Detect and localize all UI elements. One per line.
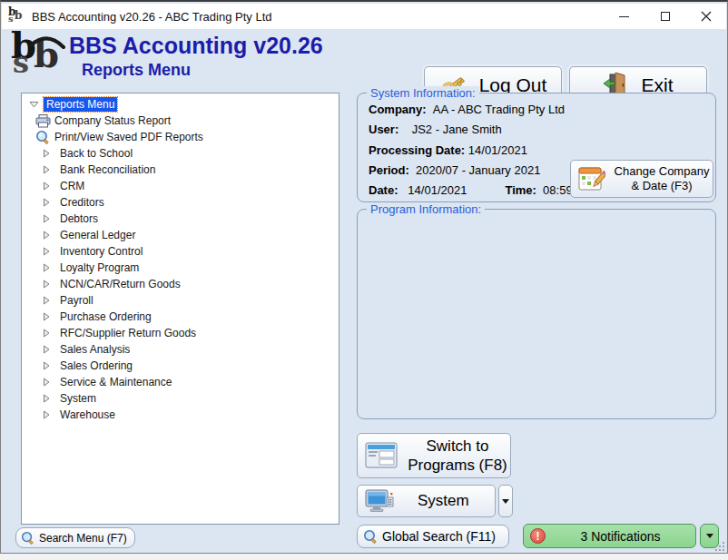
- tree-item-rfc-supplier-return-goods[interactable]: RFC/Supplier Return Goods: [22, 325, 339, 341]
- collapsed-triangle-icon[interactable]: [42, 231, 51, 240]
- collapsed-triangle-icon[interactable]: [42, 182, 51, 191]
- chevron-down-icon: [502, 499, 509, 504]
- search-menu-button[interactable]: Search Menu (F7): [15, 527, 135, 548]
- maximize-icon: [661, 12, 670, 21]
- date-value: 14/01/2021: [408, 183, 467, 197]
- collapsed-triangle-icon[interactable]: [42, 394, 51, 403]
- tree-item-print-view-saved-pdf-reports[interactable]: Print/View Saved PDF Reports: [22, 129, 339, 145]
- tree-item-general-ledger[interactable]: General Ledger: [22, 227, 339, 243]
- tree-item-warehouse[interactable]: Warehouse: [22, 407, 339, 423]
- user-label: User:: [369, 123, 398, 136]
- collapsed-triangle-icon[interactable]: [42, 263, 51, 272]
- app-logo-icon: b b s: [8, 8, 25, 25]
- close-button[interactable]: [685, 4, 726, 29]
- magnifier-icon: [21, 531, 34, 545]
- tree-item-label: Sales Ordering: [60, 359, 133, 372]
- tree-item-service-maintenance[interactable]: Service & Maintenance: [22, 374, 339, 390]
- tree-item-payroll[interactable]: Payroll: [22, 292, 339, 309]
- screen: b b s BBS Accounting v20.26 - ABC Tradin…: [0, 0, 728, 560]
- collapsed-triangle-icon[interactable]: [42, 247, 51, 256]
- program-information-legend: Program Information:: [367, 202, 485, 216]
- collapsed-triangle-icon[interactable]: [42, 296, 51, 305]
- collapsed-triangle-icon[interactable]: [42, 329, 51, 338]
- minimize-button[interactable]: [604, 4, 644, 29]
- tree-item-loyalty-program[interactable]: Loyalty Program: [22, 260, 339, 276]
- window-title: BBS Accounting v20.26 - ABC Trading Pty …: [32, 10, 272, 24]
- change-company-date-button[interactable]: Change Company & Date (F3): [570, 160, 713, 198]
- titlebar: b b s BBS Accounting v20.26 - ABC Tradin…: [2, 4, 726, 29]
- tree-item-label: System: [60, 392, 96, 405]
- system-dropdown-button[interactable]: [498, 485, 513, 517]
- date-time-row: Date: 14/01/2021Time: 08:59: [369, 183, 573, 197]
- tree-item-back-to-school[interactable]: Back to School: [22, 145, 339, 162]
- collapsed-triangle-icon[interactable]: [42, 280, 51, 289]
- collapsed-triangle-icon[interactable]: [42, 345, 51, 354]
- tree-item-sales-analysis[interactable]: Sales Analysis: [22, 341, 339, 358]
- tree-item-label: CRM: [60, 180, 84, 192]
- maximize-button[interactable]: [644, 4, 685, 29]
- period-value: 2020/07 - January 2021: [416, 163, 540, 177]
- minimize-icon: [619, 16, 629, 17]
- company-label: Company:: [369, 103, 427, 116]
- bbs-logo-icon: b b s: [9, 31, 67, 84]
- collapsed-triangle-icon[interactable]: [42, 198, 51, 207]
- tree-item-sales-ordering[interactable]: Sales Ordering: [22, 358, 339, 374]
- change-company-date-label: Change Company & Date (F3): [611, 164, 713, 194]
- tree-item-label: Print/View Saved PDF Reports: [54, 131, 203, 143]
- alert-icon: !: [530, 528, 546, 544]
- system-information-legend: System Information:: [367, 86, 479, 100]
- tree-item-label: Back to School: [60, 147, 133, 160]
- processing-date-row: Processing Date: 14/01/2021: [369, 143, 527, 157]
- expanded-triangle-icon[interactable]: [28, 100, 39, 109]
- tree-item-label: Debtors: [60, 212, 98, 225]
- calendar-edit-icon: [576, 164, 605, 193]
- magnifier-icon: [363, 529, 378, 544]
- program-window-icon: [365, 442, 398, 469]
- period-row: Period: 2020/07 - January 2021: [369, 163, 540, 177]
- reports-tree-panel: Reports Menu Company Status Report: [21, 93, 339, 525]
- tree-item-creditors[interactable]: Creditors: [22, 194, 339, 211]
- logo-swoosh: [9, 31, 67, 84]
- tree-item-bank-reconciliation[interactable]: Bank Reconciliation: [22, 162, 339, 178]
- tree-root-reports-menu[interactable]: Reports Menu: [22, 96, 339, 113]
- tree-item-label: RFC/Supplier Return Goods: [60, 327, 196, 339]
- window-controls: [604, 4, 726, 29]
- tree-item-label: Payroll: [60, 294, 93, 307]
- tree-item-system[interactable]: System: [22, 390, 339, 407]
- tree-item-label: General Ledger: [60, 229, 135, 241]
- switch-to-programs-label: Switch to Programs (F8): [405, 437, 510, 476]
- app-window: b b s BBS Accounting v20.26 - ABC Tradin…: [0, 0, 728, 554]
- collapsed-triangle-icon[interactable]: [42, 214, 51, 223]
- logo-letter: s: [8, 14, 14, 24]
- switch-to-programs-button[interactable]: Switch to Programs (F8): [357, 433, 511, 478]
- processing-date-value: 14/01/2021: [468, 143, 527, 157]
- tree-item-label: Creditors: [60, 196, 104, 209]
- tree-item-label: Company Status Report: [54, 114, 171, 127]
- tree-item-label: Bank Reconciliation: [60, 163, 155, 176]
- tree-item-label: NCN/CAR/Return Goods: [60, 278, 181, 290]
- time-value: 08:59: [543, 183, 573, 197]
- company-row: Company: AA - ABC Trading Pty Ltd: [369, 103, 565, 116]
- tree-item-label: Loyalty Program: [60, 261, 139, 274]
- tree-item-ncn-car-return-goods[interactable]: NCN/CAR/Return Goods: [22, 276, 339, 292]
- collapsed-triangle-icon[interactable]: [42, 378, 51, 387]
- tree-item-crm[interactable]: CRM: [22, 178, 339, 194]
- tree-item-debtors[interactable]: Debtors: [22, 211, 339, 227]
- collapsed-triangle-icon[interactable]: [42, 312, 51, 321]
- resize-grip[interactable]: [713, 543, 724, 551]
- notifications-button[interactable]: ! 3 Notifications: [523, 524, 696, 548]
- collapsed-triangle-icon[interactable]: [42, 361, 51, 370]
- user-row: User: JS2 - Jane Smith: [369, 123, 502, 136]
- collapsed-triangle-icon[interactable]: [42, 165, 51, 174]
- collapsed-triangle-icon[interactable]: [42, 410, 51, 419]
- system-button[interactable]: System: [357, 485, 496, 517]
- page-title: Reports Menu: [82, 61, 191, 80]
- tree-item-purchase-ordering[interactable]: Purchase Ordering: [22, 309, 339, 325]
- printer-icon: [34, 114, 51, 128]
- period-label: Period:: [369, 163, 409, 177]
- tree-item-company-status-report[interactable]: Company Status Report: [22, 113, 339, 129]
- collapsed-triangle-icon[interactable]: [42, 149, 51, 158]
- global-search-button[interactable]: Global Search (F11): [357, 525, 509, 548]
- tree-item-label: Warehouse: [60, 408, 115, 421]
- tree-item-inventory-control[interactable]: Inventory Control: [22, 243, 339, 260]
